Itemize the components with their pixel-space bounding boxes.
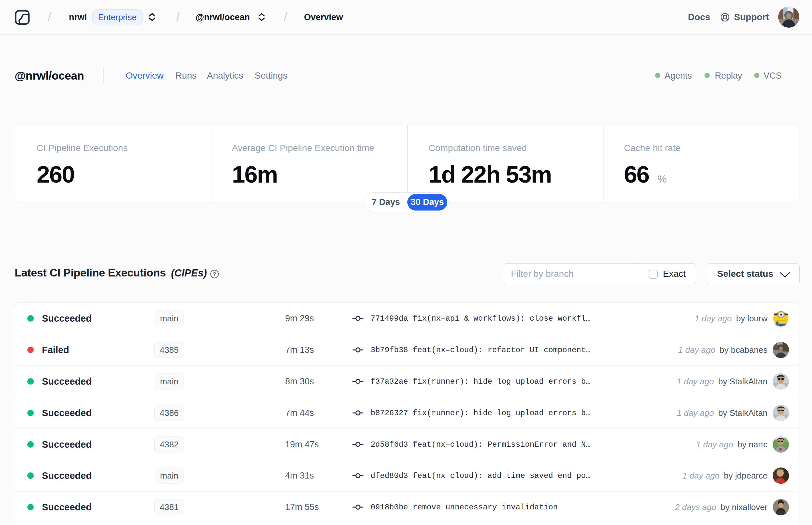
svg-text:?: ?: [213, 271, 216, 278]
